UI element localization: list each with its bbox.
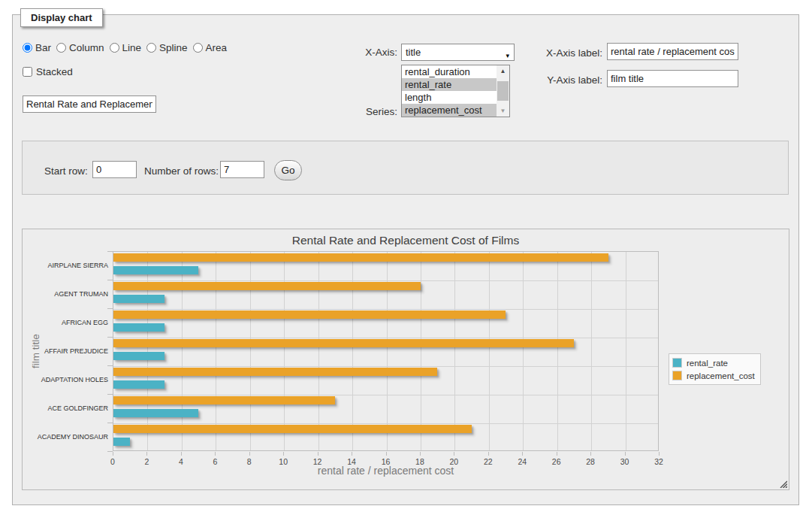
chart-type-label-line: Line: [122, 42, 142, 53]
chart-container: Rental Rate and Replacement Cost of Film…: [22, 229, 789, 490]
chevron-down-icon: ▾: [506, 48, 509, 64]
x-tickmark-28: [590, 452, 591, 456]
series-label: Series:: [346, 105, 397, 120]
bar-rental_rate: [113, 380, 165, 389]
stacked-label: Stacked: [36, 66, 73, 77]
x-tickmark-8: [249, 452, 250, 456]
y-tickmark-2: [107, 308, 113, 309]
category-label: ACADEMY DINOSAUR: [23, 423, 108, 451]
bar-replacement_cost: [113, 311, 506, 319]
chart-type-label-spline: Spline: [159, 42, 188, 53]
x-tickmark-22: [488, 452, 489, 456]
legend-swatch-replacement_cost: [672, 371, 682, 380]
chart-type-radio-bar[interactable]: [23, 43, 32, 53]
x-tickmark-4: [181, 452, 182, 456]
bar-rental_rate: [113, 323, 165, 332]
category-label: AIRPLANE SIERRA: [23, 251, 108, 280]
chart-type-line[interactable]: Line: [110, 42, 142, 53]
x-tickmark-24: [522, 452, 523, 456]
series-option-length[interactable]: length: [402, 91, 497, 104]
stacked-checkbox[interactable]: [23, 67, 32, 77]
x-tickmark-30: [625, 452, 626, 456]
bar-replacement_cost: [113, 339, 574, 347]
rows-panel: Start row: Number of rows: Go: [22, 141, 789, 195]
y-tickmark-7: [107, 451, 113, 452]
resize-handle-icon[interactable]: [779, 480, 787, 488]
chart-type-column[interactable]: Column: [56, 42, 104, 53]
series-listbox[interactable]: rental_durationrental_ratelengthreplacem…: [401, 65, 510, 117]
chart-title-input[interactable]: [23, 95, 156, 113]
x-tickmark-6: [215, 452, 216, 456]
stacked-checkbox-row[interactable]: Stacked: [23, 66, 73, 77]
series-option-replacement_cost[interactable]: replacement_cost: [402, 104, 497, 117]
x-tickmark-26: [557, 452, 557, 456]
chart-type-label-area: Area: [206, 42, 228, 53]
display-chart-fieldset: Display chart BarColumnLineSplineArea St…: [12, 14, 799, 505]
category-label: ADAPTATION HOLES: [23, 365, 108, 394]
bar-replacement_cost: [113, 368, 437, 376]
chart-type-area[interactable]: Area: [193, 42, 228, 53]
chart-legend: rental_ratereplacement_cost: [669, 353, 761, 385]
x-axis-label-input[interactable]: [607, 43, 738, 60]
x-tickmark-0: [113, 452, 113, 456]
chart-type-bar[interactable]: Bar: [23, 42, 51, 53]
category-label: AFRICAN EGG: [23, 308, 108, 337]
y-axis-label-input[interactable]: [607, 70, 738, 87]
legend-label-rental_rate: rental_rate: [687, 359, 728, 368]
series-options: rental_durationrental_ratelengthreplacem…: [402, 65, 497, 117]
chart-type-label-bar: Bar: [35, 42, 51, 53]
bar-replacement_cost: [113, 396, 335, 404]
num-rows-input[interactable]: [220, 161, 264, 178]
y-tickmark-3: [107, 337, 113, 338]
go-button[interactable]: Go: [274, 160, 302, 180]
bar-replacement_cost: [113, 425, 472, 433]
x-tickmark-12: [318, 452, 318, 456]
scrollbar-thumb[interactable]: [497, 81, 509, 101]
fieldset-legend: Display chart: [20, 8, 103, 27]
y-tickmark-4: [107, 365, 113, 366]
bar-rental_rate: [113, 352, 165, 360]
bar-rental_rate: [113, 295, 165, 303]
y-tickmark-6: [107, 423, 113, 423]
legend-label-replacement_cost: replacement_cost: [687, 371, 755, 380]
bar-replacement_cost: [113, 253, 608, 262]
category-label: ACE GOLDFINGER: [23, 394, 108, 423]
x-axis-label-label: X-Axis label:: [531, 46, 602, 61]
series-scrollbar[interactable]: ▲ ▼: [497, 65, 509, 117]
legend-row-rental_rate: rental_rate: [672, 356, 755, 369]
chart-type-spline[interactable]: Spline: [146, 42, 188, 53]
scroll-down-icon[interactable]: ▼: [497, 105, 509, 117]
x-axis-selected-value: title: [406, 47, 421, 58]
num-rows-label: Number of rows:: [144, 164, 219, 179]
page: Display chart BarColumnLineSplineArea St…: [0, 0, 812, 512]
legend-swatch-rental_rate: [672, 358, 682, 368]
y-axis-label-label: Y-Axis label:: [531, 73, 602, 88]
chart-type-radio-line[interactable]: [110, 43, 119, 53]
x-tickmark-14: [352, 452, 352, 456]
x-tickmark-18: [420, 452, 421, 456]
series-option-rental_rate[interactable]: rental_rate: [402, 78, 497, 91]
category-label: AGENT TRUMAN: [23, 280, 108, 308]
y-tickmark-5: [107, 394, 113, 395]
bar-rental_rate: [113, 266, 198, 274]
x-tickmark-32: [659, 452, 660, 456]
x-tickmark-20: [454, 452, 454, 456]
y-tickmark-0: [107, 251, 113, 252]
chart-type-radio-spline[interactable]: [146, 43, 156, 53]
chart-type-label-column: Column: [69, 42, 104, 53]
x-axis-select[interactable]: title ▾: [401, 44, 515, 61]
chart-y-axis-label: film title: [30, 334, 41, 368]
y-tickmark-1: [107, 280, 113, 280]
scroll-up-icon[interactable]: ▲: [497, 65, 509, 77]
bar-replacement_cost: [113, 282, 421, 290]
chart-type-radio-column[interactable]: [56, 43, 66, 53]
series-option-rental_duration[interactable]: rental_duration: [402, 65, 497, 78]
chart-type-radiogroup: BarColumnLineSplineArea: [23, 42, 227, 53]
x-axis-select-label: X-Axis:: [346, 45, 397, 60]
start-row-input[interactable]: [92, 161, 137, 178]
chart-x-axis-label: rental rate / replacement cost: [113, 465, 659, 477]
legend-row-replacement_cost: replacement_cost: [672, 369, 755, 382]
chart-type-radio-area[interactable]: [193, 43, 203, 53]
bar-rental_rate: [113, 438, 130, 446]
x-tickmark-16: [386, 452, 387, 456]
